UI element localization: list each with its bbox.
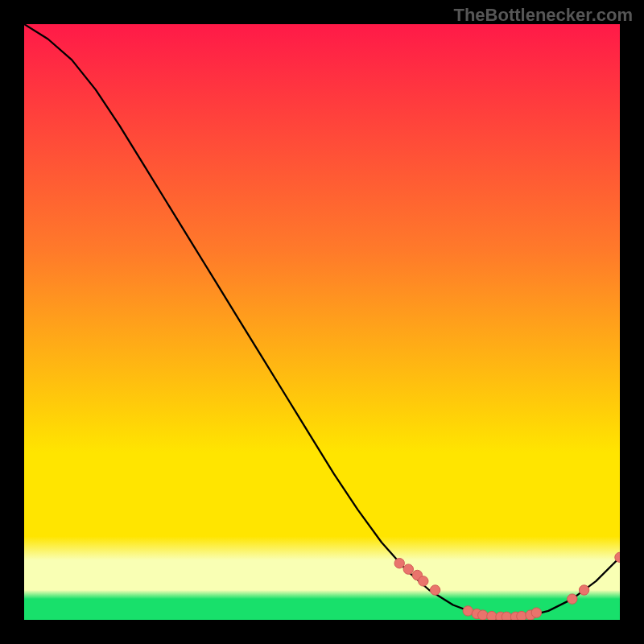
plot-area — [24, 24, 620, 620]
gradient-bg — [24, 24, 620, 620]
watermark-text: TheBottlenecker.com — [453, 5, 633, 26]
chart-svg — [24, 24, 620, 620]
chart-frame: TheBottlenecker.com — [0, 0, 644, 644]
